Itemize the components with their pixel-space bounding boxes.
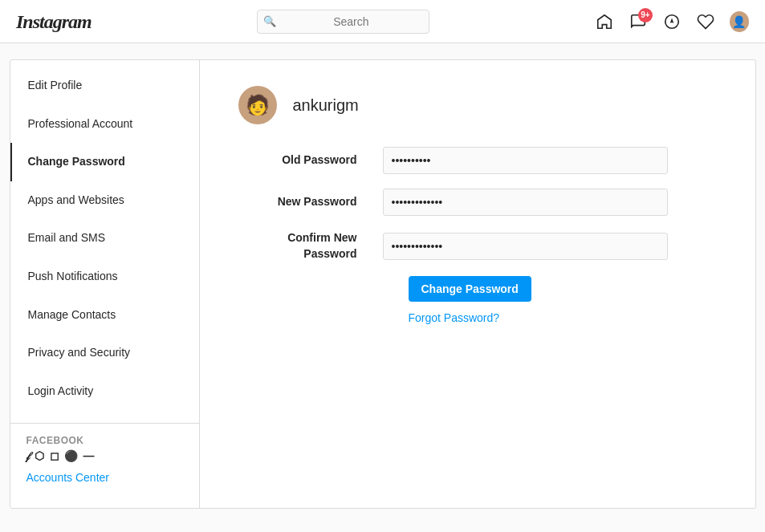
old-password-group: Old Password — [238, 147, 717, 174]
sidebar-item-email-and-sms[interactable]: Email and SMS — [10, 219, 199, 258]
confirm-password-label: Confirm NewPassword — [238, 230, 383, 262]
accounts-center-link[interactable]: Accounts Center — [26, 471, 110, 484]
notifications-icon[interactable]: 9+ — [629, 12, 648, 31]
topnav: Instagram 🔍 9+ 👤 — [0, 0, 765, 43]
profile-header: 🧑 ankurigm — [238, 86, 717, 124]
forgot-password-link[interactable]: Forgot Password? — [409, 311, 500, 324]
facebook-section: FACEBOOK 𝒻 ⬡ ◻ ⚫ ― Accounts Center — [10, 423, 199, 490]
facebook-section-title: FACEBOOK 𝒻 ⬡ ◻ ⚫ ― — [26, 435, 183, 463]
content-area: 🧑 ankurigm Old Password New Password Con… — [200, 60, 755, 508]
sidebar-item-edit-profile[interactable]: Edit Profile — [10, 67, 199, 105]
form-actions: Change Password Forgot Password? — [409, 276, 717, 324]
oculus-icon: ― — [83, 449, 96, 463]
sidebar-item-privacy-and-security[interactable]: Privacy and Security — [10, 334, 199, 372]
facebook-social-icons: 𝒻 ⬡ ◻ ⚫ ― — [26, 449, 183, 463]
instagram-logo[interactable]: Instagram — [16, 10, 92, 34]
change-password-button[interactable]: Change Password — [409, 276, 531, 302]
old-password-input[interactable] — [383, 147, 668, 174]
profile-avatar: 🧑 — [238, 86, 277, 124]
explore-icon[interactable] — [662, 12, 682, 31]
heart-icon[interactable] — [696, 12, 715, 31]
sidebar-item-change-password[interactable]: Change Password — [10, 143, 199, 181]
confirm-password-input[interactable] — [383, 233, 668, 260]
search-icon: 🔍 — [263, 15, 276, 27]
search-input[interactable] — [257, 10, 429, 34]
notification-badge: 9+ — [638, 8, 653, 22]
new-password-input[interactable] — [383, 189, 668, 216]
home-icon[interactable] — [595, 12, 614, 31]
topnav-icons: 9+ 👤 — [595, 12, 749, 31]
whatsapp-icon: ⚫ — [64, 449, 79, 463]
old-password-label: Old Password — [238, 152, 383, 169]
confirm-password-group: Confirm NewPassword — [238, 230, 717, 262]
user-avatar: 👤 — [730, 11, 749, 32]
sidebar-item-apps-and-websites[interactable]: Apps and Websites — [10, 181, 199, 220]
sidebar-item-professional-account[interactable]: Professional Account — [10, 105, 199, 144]
search-container: 🔍 — [257, 10, 429, 34]
sidebar-item-login-activity[interactable]: Login Activity — [10, 372, 199, 411]
instagram-icon2: ◻ — [50, 449, 60, 463]
svg-marker-1 — [670, 18, 674, 22]
main-container: Edit Profile Professional Account Change… — [10, 59, 756, 509]
new-password-label: New Password — [238, 194, 383, 210]
facebook-icon: 𝒻 — [26, 449, 31, 463]
sidebar-item-push-notifications[interactable]: Push Notifications — [10, 258, 199, 296]
messenger-icon: ⬡ — [35, 449, 45, 463]
new-password-group: New Password — [238, 189, 717, 216]
sidebar-item-manage-contacts[interactable]: Manage Contacts — [10, 296, 199, 335]
avatar-icon[interactable]: 👤 — [730, 12, 749, 31]
sidebar: Edit Profile Professional Account Change… — [10, 60, 200, 508]
profile-username: ankurigm — [293, 96, 359, 115]
